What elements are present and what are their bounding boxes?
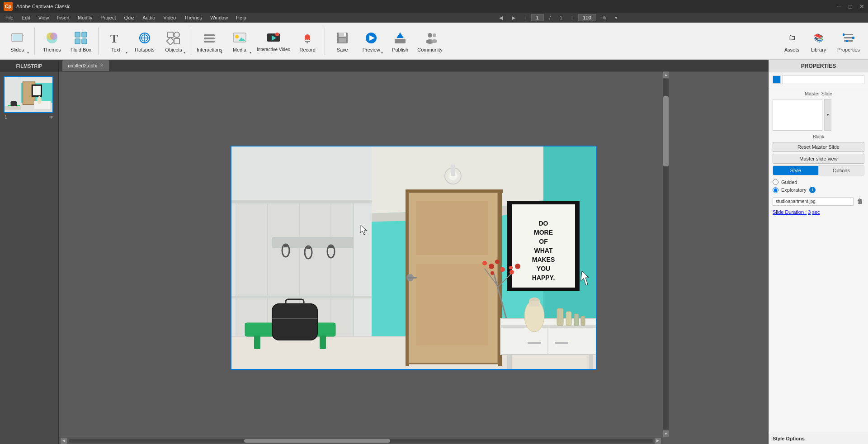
svg-rect-34 — [309, 36, 310, 40]
exploratory-radio[interactable] — [773, 187, 778, 193]
reset-master-button[interactable]: Reset Master Slide — [773, 142, 864, 152]
minimize-button[interactable]: ─ — [837, 3, 841, 10]
canvas-hscrollbar[interactable]: ◀ ▶ — [59, 437, 663, 444]
tab-close-button[interactable]: ✕ — [100, 63, 104, 68]
guided-radio[interactable] — [773, 179, 778, 185]
record-label: Record — [299, 47, 315, 52]
sep1 — [34, 28, 35, 55]
style-options-strip: Style Options — [769, 433, 868, 444]
toolbar-publish[interactable]: Publish — [387, 25, 414, 57]
slide-duration-value[interactable]: 3 — [808, 209, 811, 215]
tab-style[interactable]: Style — [773, 166, 819, 175]
hscroll-left[interactable]: ◀ — [61, 438, 67, 444]
svg-rect-50 — [844, 40, 853, 42]
exploratory-info-icon[interactable]: ℹ — [809, 187, 816, 193]
sep3 — [191, 28, 191, 55]
slide-thumbnail-1[interactable] — [4, 76, 53, 113]
filmstrip-header: FILMSTRIP — [0, 60, 58, 72]
toolbar-properties[interactable]: Properties — [833, 25, 864, 57]
svg-rect-2 — [23, 35, 24, 36]
svg-rect-75 — [231, 296, 372, 298]
sep4 — [325, 28, 325, 55]
hscroll-thumb[interactable] — [244, 439, 390, 443]
menubar: File Edit View Insert Modify Project Qui… — [0, 13, 868, 23]
interactions-icon — [201, 30, 217, 46]
color-swatch[interactable] — [773, 76, 781, 84]
slide-number-input[interactable] — [531, 14, 544, 21]
community-icon — [422, 30, 438, 46]
toolbar-media[interactable]: Media ▾ — [226, 25, 253, 57]
delete-file-button[interactable]: 🗑 — [855, 197, 864, 206]
slide-tab-main[interactable]: untitled2.cptx ✕ — [62, 60, 109, 71]
properties-icon — [840, 30, 857, 46]
vscroll-thumb[interactable] — [663, 96, 669, 166]
menu-insert[interactable]: Insert — [53, 14, 73, 21]
toolbar-hotspots[interactable]: Hotspots — [131, 25, 158, 57]
svg-rect-37 — [339, 38, 346, 43]
menu-audio[interactable]: Audio — [139, 14, 159, 21]
toolbar-library[interactable]: 📚 Library — [806, 25, 831, 57]
master-slide-view-button[interactable]: Master slide view — [773, 154, 864, 164]
svg-rect-94 — [329, 246, 333, 248]
svg-rect-18 — [167, 37, 175, 45]
menu-edit[interactable]: Edit — [18, 14, 34, 21]
nav-arrow-right[interactable]: ▶ — [508, 14, 519, 22]
svg-text:HAPPY.: HAPPY. — [532, 274, 555, 281]
zoom-input[interactable] — [578, 14, 596, 21]
slides-label: Slides — [10, 47, 24, 52]
master-slide-dropdown[interactable]: ▾ — [824, 99, 831, 131]
toolbar-text[interactable]: T Text ▾ — [102, 25, 129, 57]
library-label: Library — [811, 47, 826, 52]
svg-rect-61 — [34, 101, 51, 109]
svg-text:WHAT: WHAT — [534, 247, 553, 254]
toolbar-objects[interactable]: Objects ▾ — [160, 25, 187, 57]
zoom-dropdown[interactable]: ▾ — [611, 14, 621, 22]
toolbar-assets[interactable]: 🗂 Assets — [779, 25, 804, 57]
filmstrip-content[interactable]: 1 👁 — [0, 72, 58, 444]
toolbar-save[interactable]: Save — [329, 25, 356, 57]
toolbar-interactions[interactable]: Interactions ▾ — [195, 25, 224, 57]
menu-file[interactable]: File — [2, 14, 17, 21]
nav-arrow-left[interactable]: ◀ — [495, 14, 506, 22]
menu-modify[interactable]: Modify — [74, 14, 96, 21]
fluid-box-label: Fluid Box — [71, 47, 91, 52]
menu-video[interactable]: Video — [160, 14, 179, 21]
toolbar-fluid-box[interactable]: Fluid Box — [67, 25, 94, 57]
menu-window[interactable]: Window — [207, 14, 231, 21]
svg-rect-51 — [843, 33, 844, 36]
toolbar-community[interactable]: Community — [415, 25, 444, 57]
menu-themes[interactable]: Themes — [180, 14, 206, 21]
save-label: Save — [337, 47, 348, 52]
app-logo: Cp — [4, 2, 13, 11]
preview-label: Preview — [363, 47, 380, 52]
canvas-scroll[interactable]: DO MORE OF WHAT MAKES YOU HAPPY. — [59, 71, 769, 444]
svg-point-44 — [428, 33, 432, 38]
svg-rect-125 — [557, 308, 563, 326]
menu-project[interactable]: Project — [97, 14, 119, 21]
tab-bar: untitled2.cptx ✕ — [59, 60, 769, 71]
color-input[interactable] — [783, 75, 864, 84]
toolbar-slides[interactable]: Slides ▾ — [4, 25, 31, 57]
vscroll-down[interactable]: ▼ — [663, 430, 669, 437]
maximize-button[interactable]: □ — [849, 3, 852, 10]
publish-label: Publish — [392, 47, 408, 52]
vscroll-up[interactable]: ▲ — [663, 71, 669, 78]
interactive-video-icon — [265, 30, 282, 46]
slide-canvas: DO MORE OF WHAT MAKES YOU HAPPY. — [231, 146, 597, 370]
tab-options[interactable]: Options — [819, 166, 864, 175]
master-slide-preview[interactable] — [773, 99, 822, 131]
toolbar-record[interactable]: Record — [294, 25, 321, 57]
menu-help[interactable]: Help — [232, 14, 250, 21]
hscroll-right[interactable]: ▶ — [655, 438, 661, 444]
toolbar-preview[interactable]: Preview ▾ — [358, 25, 385, 57]
svg-point-6 — [50, 33, 57, 40]
canvas-area: untitled2.cptx ✕ — [59, 60, 769, 444]
toolbar-interactive-video[interactable]: Interactive Video — [255, 25, 292, 57]
toolbar: Slides ▾ Themes Fluid Box T Text ▾ Hotsp… — [0, 23, 868, 60]
toolbar-themes[interactable]: Themes — [38, 25, 66, 57]
canvas-vscrollbar[interactable]: ▲ ▼ — [663, 71, 669, 437]
text-label: Text — [111, 47, 120, 52]
menu-view[interactable]: View — [35, 14, 53, 21]
close-button[interactable]: ✕ — [859, 3, 864, 10]
menu-quiz[interactable]: Quiz — [121, 14, 138, 21]
